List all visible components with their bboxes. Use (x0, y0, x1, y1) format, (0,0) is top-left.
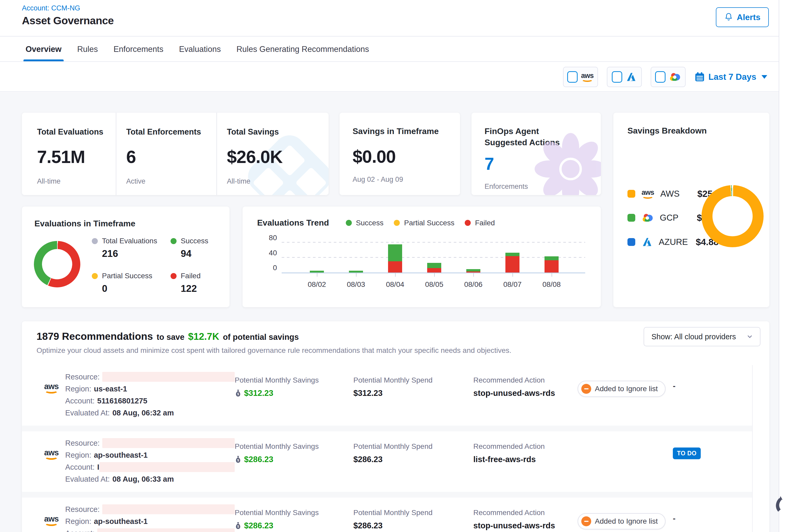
bell-icon (724, 13, 733, 22)
evaluations-trend-card: Evaluations Trend Success Partial Succes… (243, 207, 601, 307)
x-tick-label: 08/05 (415, 280, 454, 289)
red-dot-icon (465, 220, 471, 226)
spend-col: Potential Monthly Spend $286.23 (353, 431, 473, 492)
evaluations-donut-chart (34, 241, 80, 287)
row-divider (22, 492, 752, 498)
tail-col: TO DO (673, 431, 752, 492)
tab-rules[interactable]: Rules (77, 37, 98, 61)
y-tick-80: 80 (261, 234, 277, 242)
spend-col: Potential Monthly Spend $312.23 (353, 365, 473, 425)
total-savings-stat: Total Savings $26.0K All-time (216, 113, 317, 195)
gcp-logo-icon (669, 72, 681, 82)
total-savings-value: $26.0K (227, 147, 317, 167)
tab-evaluations[interactable]: Evaluations (179, 37, 221, 61)
savings-value: $312.23 (244, 388, 273, 398)
x-tick-label: 08/02 (297, 280, 337, 289)
evaluations-legend: Total Evaluations 216 Success 94 Partial… (92, 237, 208, 294)
alerts-button[interactable]: Alerts (716, 7, 769, 27)
status-col (578, 431, 673, 492)
aws-color-swatch (627, 190, 635, 198)
savings-in-timeframe-card: Savings in Timeframe $0.00 Aug 02 - Aug … (340, 113, 460, 195)
timeframe-range: Aug 02 - Aug 09 (353, 175, 460, 184)
bar-segment-success (388, 244, 402, 261)
bar-segment-success (506, 253, 519, 256)
azure-filter-toggle[interactable] (607, 67, 642, 87)
total-evaluations-value: 7.51M (37, 147, 116, 167)
page-title: Asset Governance (22, 15, 114, 27)
redacted-resource (102, 505, 235, 514)
red-dot-icon (171, 273, 176, 279)
recommendation-row[interactable]: aws Resource: Region:us-east-1 Account:5… (22, 365, 752, 425)
aws-logo-icon: aws (44, 382, 59, 394)
tab-enforcements[interactable]: Enforcements (113, 37, 163, 61)
savings-breakdown-donut-chart (702, 185, 764, 247)
bar-segment-success (427, 263, 441, 268)
aws-checkbox[interactable] (567, 71, 578, 83)
x-tick-label: 08/03 (337, 280, 376, 289)
azure-color-swatch (627, 238, 635, 246)
row-divider (22, 425, 752, 431)
trend-header: Evaluations Trend Success Partial Succes… (243, 207, 601, 228)
x-tick-label: 08/07 (493, 280, 532, 289)
empty-value-dash: - (673, 381, 676, 391)
todo-status-badge[interactable]: TO DO (673, 448, 701, 459)
azure-logo-icon (626, 72, 636, 82)
money-bag-icon: $ (235, 456, 242, 463)
aws-filter-toggle[interactable]: aws (563, 67, 598, 87)
y-tick-0: 0 (261, 264, 277, 272)
bar-segment-failed (388, 261, 402, 272)
overview-content: Total Evaluations 7.51M All-time Total E… (0, 93, 798, 532)
recommendations-subtitle: Optimize your cloud assets and minimize … (37, 346, 757, 355)
bar-segment-success (310, 271, 324, 272)
azure-checkbox[interactable] (612, 71, 622, 83)
minus-circle-icon (581, 384, 591, 394)
bar-segment-failed (506, 256, 519, 272)
action-col: Recommended Action stop-unused-aws-rds (473, 498, 578, 532)
gridline-40 (282, 257, 585, 258)
savings-col: Potential Monthly Savings $$312.23 (235, 365, 353, 425)
resource-details: Resource: Region:ap-southeast-1 Account:… (65, 498, 235, 532)
yellow-dot-icon (394, 220, 400, 226)
flower-decoration (531, 130, 601, 195)
added-to-ignore-list-chip[interactable]: Added to Ignore list (578, 381, 666, 397)
legend-success: Success 94 (171, 237, 208, 259)
recommendation-row[interactable]: aws Resource: Region:ap-southeast-1 Acco… (22, 498, 752, 532)
cloud-provider-filter-dropdown[interactable]: Show: All cloud providers (644, 327, 760, 346)
bar-segment-success (466, 269, 480, 271)
aws-logo-icon: aws (44, 449, 59, 460)
spend-value: $286.23 (353, 521, 473, 530)
azure-logo-icon (642, 236, 652, 247)
action-col: Recommended Action list-free-aws-rds (473, 431, 578, 492)
date-range-selector[interactable]: Last 7 Days (695, 72, 767, 82)
redacted-resource (102, 438, 235, 448)
account-breadcrumb-link[interactable]: Account: CCM-NG (22, 4, 80, 12)
bar-segment-failed (427, 268, 441, 272)
added-to-ignore-list-chip[interactable]: Added to Ignore list (578, 513, 666, 529)
redacted-account (97, 528, 235, 532)
svg-text:$: $ (237, 392, 239, 396)
x-tick-label: 08/08 (532, 280, 571, 289)
tab-overview[interactable]: Overview (25, 37, 61, 61)
gcp-logo-icon (642, 212, 653, 223)
recommendations-panel: 1879 Recommendations to save $12.7K of p… (22, 321, 769, 532)
gcp-checkbox[interactable] (655, 71, 666, 83)
svg-text:$: $ (237, 458, 239, 462)
minus-circle-icon (581, 516, 591, 526)
tab-rules-generating-recommendations[interactable]: Rules Generating Recommendations (236, 37, 369, 61)
timeframe-savings-value: $0.00 (353, 146, 460, 167)
gcp-filter-toggle[interactable] (651, 67, 686, 87)
caret-down-icon (761, 75, 767, 79)
redacted-account (99, 462, 235, 472)
asset-governance-page: Account: CCM-NG Asset Governance Alerts … (0, 0, 798, 532)
potential-savings-amount: $12.7K (188, 331, 219, 342)
recommendation-row[interactable]: aws Resource: Region:ap-southeast-1 Acco… (22, 431, 752, 492)
recommendations-list: aws Resource: Region:us-east-1 Account:5… (22, 365, 753, 532)
action-value: stop-unused-aws-rds (473, 521, 578, 530)
scrollbar-gutter[interactable] (779, 0, 798, 532)
legend-total-evaluations: Total Evaluations 216 (92, 237, 157, 259)
recommendations-header: 1879 Recommendations to save $12.7K of p… (22, 321, 769, 355)
mouse-cursor (772, 494, 786, 521)
savings-breakdown-card: Savings Breakdown aws AWS $25.9K (613, 113, 769, 307)
calendar-icon (695, 72, 705, 82)
date-range-label: Last 7 Days (708, 72, 756, 82)
